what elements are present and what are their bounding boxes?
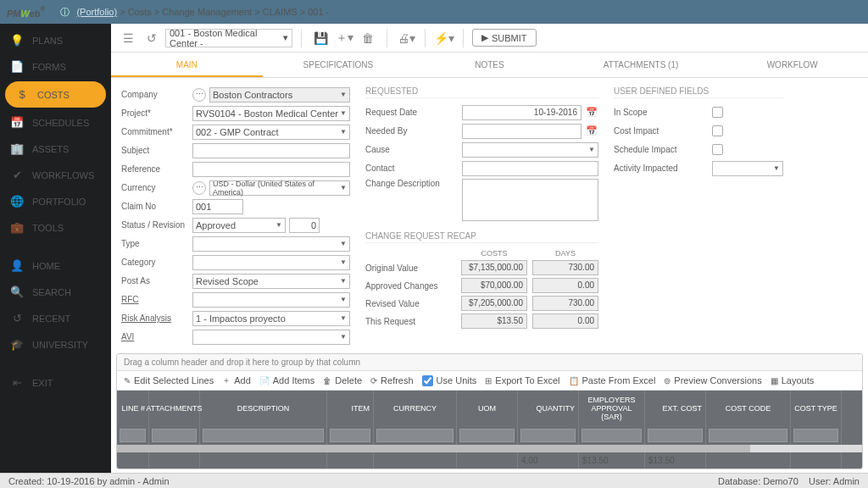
add-button[interactable]: ＋Add <box>222 374 251 386</box>
activity-field[interactable]: ▼ <box>712 161 783 176</box>
project-field[interactable]: RVS0104 - Boston Medical Center▼ <box>192 106 350 121</box>
calendar-icon[interactable]: 📅 <box>585 107 598 118</box>
currency-picker-icon[interactable]: ⋯ <box>192 181 206 195</box>
cause-field[interactable]: ▼ <box>462 142 598 158</box>
sidebar-item-label: SEARCH <box>32 287 71 297</box>
rev-days: 730.00 <box>532 296 598 311</box>
tab-specifications[interactable]: SPECIFICATIONS <box>263 53 415 77</box>
appr-days: 0.00 <box>532 278 598 293</box>
company-picker-icon[interactable]: ⋯ <box>192 88 206 102</box>
logo: PMWeb® <box>7 3 45 21</box>
change-description-field[interactable] <box>462 179 598 221</box>
tab-attachments-[interactable]: ATTACHMENTS (1) <box>565 53 717 77</box>
orig-cost: $7,135,000.00 <box>461 260 527 275</box>
history-icon[interactable]: ↺ <box>142 28 162 48</box>
sidebar-item-workflows[interactable]: ✔WORKFLOWS <box>0 162 111 188</box>
sidebar-item-portfolio[interactable]: 🌐PORTFOLIO <box>0 188 111 214</box>
avi-field[interactable]: ▼ <box>192 330 350 345</box>
sidebar-icon: 🌐 <box>10 195 24 208</box>
sidebar-item-assets[interactable]: 🏢ASSETS <box>0 136 111 162</box>
sidebar-icon: ⇤ <box>10 376 24 389</box>
export-excel-button[interactable]: ⊞Export To Excel <box>485 375 559 385</box>
sidebar-item-costs[interactable]: $COSTS <box>5 81 106 108</box>
sidebar-item-plans[interactable]: 💡PLANS <box>0 27 111 53</box>
currency-field[interactable]: USD - Dollar (United States of America)▼ <box>209 180 350 196</box>
sidebar-item-label: SCHEDULES <box>32 118 89 128</box>
delete-icon[interactable]: 🗑 <box>358 28 378 48</box>
add-icon[interactable]: ＋▾ <box>334 28 354 48</box>
schedimpact-checkbox[interactable] <box>712 144 723 155</box>
calendar-icon[interactable]: 📅 <box>585 125 598 136</box>
preview-button[interactable]: ⊚Preview Conversions <box>664 375 761 385</box>
list-icon[interactable]: ☰ <box>118 28 138 48</box>
company-field[interactable]: Boston Contractors▼ <box>209 87 350 103</box>
form-area: Company⋯Boston Contractors▼ Project*RVS0… <box>111 78 868 353</box>
request-date-field[interactable]: 10-19-2016 <box>462 105 581 120</box>
grid-filter-row[interactable] <box>117 426 862 445</box>
project-selector[interactable]: 001 - Boston Medical Center -▾ <box>165 29 292 47</box>
sidebar-item-label: ASSETS <box>32 144 69 154</box>
print-icon[interactable]: 🖨▾ <box>396 28 416 48</box>
sidebar-item-schedules[interactable]: 📅SCHEDULES <box>0 109 111 136</box>
revision-field[interactable]: 0 <box>289 218 320 233</box>
use-units-checkbox[interactable]: Use Units <box>422 375 477 386</box>
postas-field[interactable]: Revised Scope▼ <box>192 274 350 289</box>
sidebar-icon: 💡 <box>10 34 24 47</box>
layouts-button[interactable]: ▦Layouts <box>771 375 815 385</box>
type-field[interactable]: ▼ <box>192 236 350 252</box>
sidebar-icon: $ <box>15 88 29 101</box>
paste-excel-button[interactable]: 📋Paste From Excel <box>569 375 656 385</box>
toolbar: ☰ ↺ 001 - Boston Medical Center -▾ 💾 ＋▾ … <box>111 24 868 53</box>
sidebar-item-university[interactable]: 🎓UNIVERSITY <box>0 331 111 358</box>
status-field[interactable]: Approved▼ <box>192 218 286 233</box>
sidebar-icon: 🔍 <box>10 286 24 298</box>
needed-by-field[interactable] <box>462 124 581 139</box>
sidebar-item-label: FORMS <box>32 62 66 72</box>
rfc-field[interactable]: ▼ <box>192 292 350 308</box>
appr-cost: $70,000.00 <box>461 278 527 293</box>
action-icon[interactable]: ⚡▾ <box>434 28 454 48</box>
subject-field[interactable] <box>192 143 350 158</box>
refresh-button[interactable]: ⟳Refresh <box>370 375 414 385</box>
sidebar-item-exit[interactable]: ⇤EXIT <box>0 369 111 396</box>
sidebar-item-tools[interactable]: 💼TOOLS <box>0 214 111 241</box>
contact-field[interactable] <box>462 161 598 176</box>
udf-header: USER DEFINED FIELDS <box>614 86 783 98</box>
tab-main[interactable]: MAIN <box>111 53 263 77</box>
info-icon[interactable]: ⓘ <box>60 6 70 19</box>
sidebar-item-home[interactable]: 👤HOME <box>0 252 111 279</box>
sidebar-item-forms[interactable]: 📄FORMS <box>0 53 111 80</box>
grid-group-bar[interactable]: Drag a column header and drop it here to… <box>117 354 862 371</box>
claimno-field[interactable]: 001 <box>192 199 243 214</box>
sidebar-icon: ↺ <box>10 312 24 324</box>
crumb-portfolio[interactable]: (Portfolio) <box>76 7 117 17</box>
add-items-button[interactable]: 📄Add Items <box>259 375 315 385</box>
status-bar: Created: 10-19-2016 by admin - Admin Dat… <box>0 473 868 488</box>
sidebar-item-label: HOME <box>32 261 60 271</box>
risk-field[interactable]: 1 - Impactos proyecto▼ <box>192 311 350 326</box>
requested-header: REQUESTED <box>365 86 598 98</box>
tab-notes[interactable]: NOTES <box>414 53 565 77</box>
grid-header: LINE #ATTACHMENTSDESCRIPTIONITEMCURRENCY… <box>117 391 862 426</box>
submit-button[interactable]: ▶ SUBMIT <box>472 29 537 47</box>
edit-lines-button[interactable]: ✎ Edit Selected Lines <box>124 375 214 385</box>
breadcrumb: (Portfolio) > Costs > Change Management … <box>76 7 329 17</box>
tab-workflow[interactable]: WORKFLOW <box>716 53 868 77</box>
this-days: 0.00 <box>532 313 598 329</box>
save-icon[interactable]: 💾 <box>310 28 331 48</box>
sidebar-item-search[interactable]: 🔍SEARCH <box>0 279 111 305</box>
delete-button[interactable]: 🗑Delete <box>323 375 362 385</box>
commitment-field[interactable]: 002 - GMP Contract▼ <box>192 125 350 140</box>
category-field[interactable]: ▼ <box>192 255 350 270</box>
sidebar-item-label: COSTS <box>37 90 70 100</box>
status-db: Database: Demo70 <box>718 476 798 486</box>
inscope-checkbox[interactable] <box>712 107 723 118</box>
tab-bar: MAINSPECIFICATIONSNOTESATTACHMENTS (1)WO… <box>111 53 868 78</box>
costimpact-checkbox[interactable] <box>712 125 723 136</box>
grid-footer: 4.00$13.50$13.50 <box>117 452 862 469</box>
sidebar-item-recent[interactable]: ↺RECENT <box>0 305 111 331</box>
sidebar-item-label: RECENT <box>32 313 70 324</box>
reference-field[interactable] <box>192 162 350 177</box>
grid-h-scrollbar[interactable] <box>117 445 862 452</box>
sidebar-icon: 💼 <box>10 221 24 234</box>
